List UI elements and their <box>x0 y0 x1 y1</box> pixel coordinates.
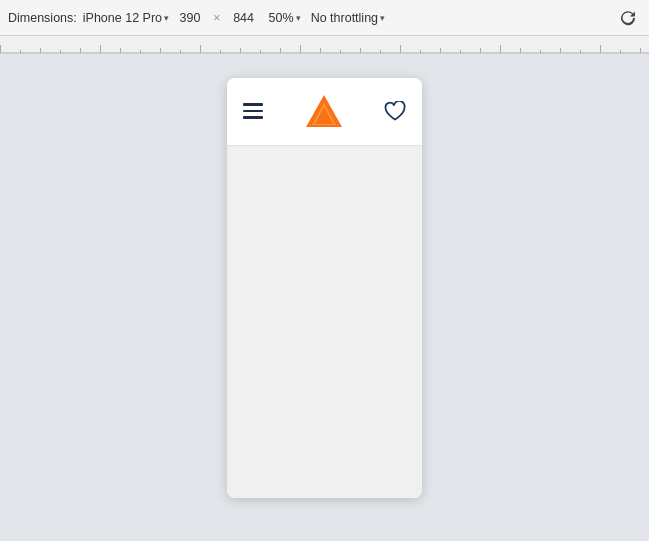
mobile-frame <box>227 78 422 498</box>
canvas-area <box>0 54 649 541</box>
heart-icon <box>384 101 406 121</box>
logo-svg <box>304 93 344 129</box>
app-body <box>227 146 422 498</box>
hamburger-button[interactable] <box>243 103 263 119</box>
device-selector[interactable]: iPhone 12 Pro ▾ <box>83 11 169 25</box>
throttling-selector[interactable]: No throttling ▾ <box>311 11 385 25</box>
favorites-button[interactable] <box>384 100 406 122</box>
device-name: iPhone 12 Pro <box>83 11 162 25</box>
app-header <box>227 78 422 146</box>
device-chevron: ▾ <box>164 13 169 23</box>
throttling-label: No throttling <box>311 11 378 25</box>
logo <box>304 93 344 129</box>
throttling-chevron: ▾ <box>380 13 385 23</box>
devtools-toolbar: Dimensions: iPhone 12 Pro ▾ 390 × 844 50… <box>0 0 649 36</box>
hamburger-line-1 <box>243 103 263 106</box>
zoom-chevron: ▾ <box>296 13 301 23</box>
rotate-icon <box>619 9 637 27</box>
zoom-level: 50% <box>269 11 294 25</box>
rotate-button[interactable] <box>615 5 641 31</box>
dimensions-label: Dimensions: <box>8 11 77 25</box>
hamburger-line-3 <box>243 116 263 119</box>
dimensions-separator: × <box>213 10 221 25</box>
hamburger-line-2 <box>243 110 263 113</box>
ruler-ticks <box>0 36 649 53</box>
zoom-selector[interactable]: 50% ▾ <box>269 11 301 25</box>
viewport-height[interactable]: 844 <box>229 11 259 25</box>
viewport-width[interactable]: 390 <box>175 11 205 25</box>
ruler <box>0 36 649 54</box>
